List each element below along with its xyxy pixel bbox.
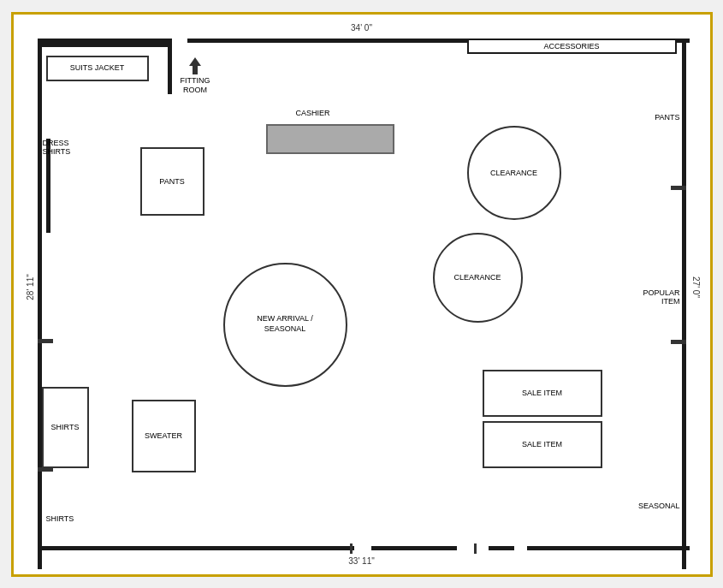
dim-top-label: 34' 0" (351, 23, 372, 33)
new-arrival-fixture: NEW ARRIVAL / SEASONAL (223, 263, 347, 387)
store-floor-plan: 34' 0" 33' 11" 28' 11" 27' 0" ACCESSORIE… (11, 12, 713, 577)
seasonal-label: SEASONAL (638, 502, 680, 510)
inner-wall-fitting-h (42, 43, 170, 47)
dress-shirts-label: DRESS SHIRTS (43, 139, 71, 157)
floor-plan-area: 34' 0" 33' 11" 28' 11" 27' 0" ACCESSORIE… (14, 15, 710, 574)
wall-bottom-mid2 (489, 546, 514, 550)
dim-bottom-label: 33' 11" (348, 556, 374, 566)
right-bracket1 (671, 186, 686, 190)
sweater-fixture: SWEATER (132, 400, 196, 472)
pants-left-fixture: PANTS (140, 147, 204, 216)
pants-left-label: PANTS (159, 177, 184, 186)
wall-bottom-left (38, 546, 354, 550)
clearance2-fixture: CLEARANCE (433, 233, 523, 323)
wall-right (682, 39, 686, 569)
door-marker-bottom1 (350, 543, 353, 554)
clearance1-fixture: CLEARANCE (467, 126, 561, 220)
suits-jacket-label: SUITS JACKET (70, 63, 125, 73)
fitting-room-label: FITTING ROOM (181, 57, 210, 96)
arrow-up-icon (189, 57, 201, 74)
wall-left (38, 39, 42, 569)
cashier-counter (266, 124, 394, 154)
suits-jacket-fixture: SUITS JACKET (46, 56, 149, 81)
shirts-fixture: SHIRTS (42, 387, 89, 468)
accessories-label: ACCESSORIES (543, 42, 599, 50)
sale-item2-fixture: SALE ITEM (483, 421, 602, 468)
pants-right-label: PANTS (655, 113, 679, 122)
cashier-label: CASHIER (296, 109, 330, 117)
wall-top-mid (187, 39, 444, 43)
accessories-shelf: ACCESSORIES (467, 39, 677, 54)
left-bracket2 (38, 339, 53, 343)
sale-item1-fixture: SALE ITEM (483, 370, 602, 417)
dim-right-label: 27' 0" (691, 276, 701, 298)
right-bracket2 (671, 340, 686, 344)
popular-item-label: POPULAR ITEM (643, 288, 679, 307)
door-marker-bottom2 (474, 543, 477, 554)
shirts-bottom-label: SHIRTS (46, 514, 74, 523)
wall-bottom-right (527, 546, 690, 550)
svg-marker-0 (189, 57, 201, 74)
dim-left-label: 28' 11" (25, 275, 34, 300)
wall-bottom-mid (371, 546, 457, 550)
